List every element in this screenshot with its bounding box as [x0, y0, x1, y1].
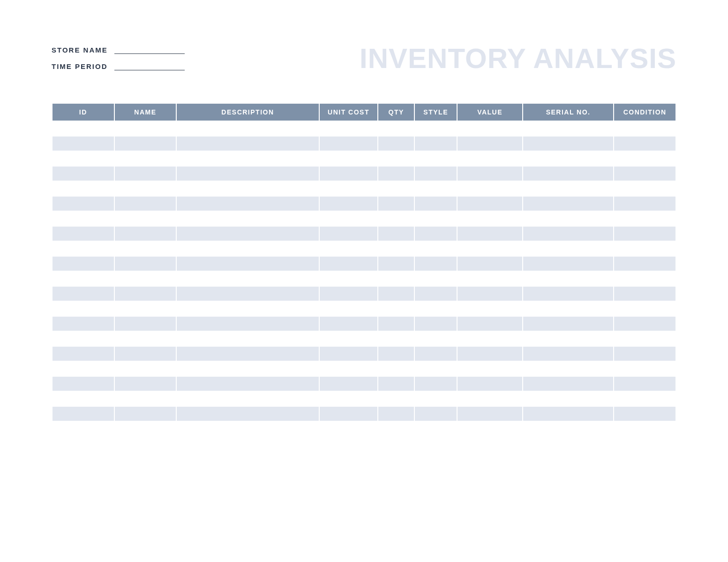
cell-description[interactable]: [177, 347, 318, 361]
cell-unit_cost[interactable]: [320, 257, 378, 271]
cell-name[interactable]: [115, 182, 176, 196]
cell-value[interactable]: [458, 272, 522, 286]
cell-id[interactable]: [53, 197, 114, 211]
cell-condition[interactable]: [614, 167, 675, 181]
cell-serial_no[interactable]: [523, 317, 613, 331]
cell-value[interactable]: [458, 197, 522, 211]
cell-condition[interactable]: [614, 347, 675, 361]
cell-qty[interactable]: [378, 317, 414, 331]
cell-unit_cost[interactable]: [320, 242, 378, 256]
cell-name[interactable]: [115, 362, 176, 376]
cell-id[interactable]: [53, 137, 114, 151]
cell-qty[interactable]: [378, 392, 414, 406]
cell-unit_cost[interactable]: [320, 332, 378, 346]
cell-name[interactable]: [115, 287, 176, 301]
cell-style[interactable]: [415, 317, 457, 331]
cell-condition[interactable]: [614, 122, 675, 136]
cell-unit_cost[interactable]: [320, 422, 378, 436]
cell-name[interactable]: [115, 167, 176, 181]
cell-value[interactable]: [458, 422, 522, 436]
cell-name[interactable]: [115, 227, 176, 241]
cell-description[interactable]: [177, 212, 318, 226]
cell-value[interactable]: [458, 122, 522, 136]
cell-style[interactable]: [415, 407, 457, 421]
cell-description[interactable]: [177, 152, 318, 166]
cell-description[interactable]: [177, 392, 318, 406]
cell-unit_cost[interactable]: [320, 167, 378, 181]
cell-serial_no[interactable]: [523, 227, 613, 241]
cell-qty[interactable]: [378, 377, 414, 391]
cell-value[interactable]: [458, 377, 522, 391]
cell-unit_cost[interactable]: [320, 272, 378, 286]
cell-unit_cost[interactable]: [320, 362, 378, 376]
cell-value[interactable]: [458, 182, 522, 196]
cell-style[interactable]: [415, 362, 457, 376]
cell-serial_no[interactable]: [523, 332, 613, 346]
cell-id[interactable]: [53, 152, 114, 166]
cell-unit_cost[interactable]: [320, 287, 378, 301]
cell-serial_no[interactable]: [523, 167, 613, 181]
cell-unit_cost[interactable]: [320, 317, 378, 331]
cell-qty[interactable]: [378, 182, 414, 196]
cell-value[interactable]: [458, 212, 522, 226]
cell-unit_cost[interactable]: [320, 182, 378, 196]
cell-condition[interactable]: [614, 242, 675, 256]
cell-name[interactable]: [115, 377, 176, 391]
cell-style[interactable]: [415, 272, 457, 286]
cell-serial_no[interactable]: [523, 212, 613, 226]
cell-name[interactable]: [115, 347, 176, 361]
cell-style[interactable]: [415, 287, 457, 301]
cell-qty[interactable]: [378, 122, 414, 136]
cell-condition[interactable]: [614, 377, 675, 391]
cell-description[interactable]: [177, 362, 318, 376]
cell-unit_cost[interactable]: [320, 392, 378, 406]
cell-qty[interactable]: [378, 227, 414, 241]
cell-qty[interactable]: [378, 167, 414, 181]
cell-style[interactable]: [415, 332, 457, 346]
cell-style[interactable]: [415, 242, 457, 256]
cell-condition[interactable]: [614, 332, 675, 346]
cell-description[interactable]: [177, 407, 318, 421]
cell-condition[interactable]: [614, 362, 675, 376]
cell-condition[interactable]: [614, 137, 675, 151]
cell-condition[interactable]: [614, 227, 675, 241]
cell-value[interactable]: [458, 167, 522, 181]
cell-style[interactable]: [415, 197, 457, 211]
cell-qty[interactable]: [378, 332, 414, 346]
cell-serial_no[interactable]: [523, 302, 613, 316]
cell-description[interactable]: [177, 422, 318, 436]
cell-qty[interactable]: [378, 362, 414, 376]
cell-value[interactable]: [458, 302, 522, 316]
cell-description[interactable]: [177, 197, 318, 211]
cell-value[interactable]: [458, 257, 522, 271]
cell-description[interactable]: [177, 122, 318, 136]
cell-id[interactable]: [53, 227, 114, 241]
cell-name[interactable]: [115, 152, 176, 166]
cell-qty[interactable]: [378, 137, 414, 151]
cell-serial_no[interactable]: [523, 407, 613, 421]
cell-id[interactable]: [53, 377, 114, 391]
cell-id[interactable]: [53, 257, 114, 271]
cell-serial_no[interactable]: [523, 137, 613, 151]
cell-qty[interactable]: [378, 197, 414, 211]
cell-name[interactable]: [115, 422, 176, 436]
cell-condition[interactable]: [614, 182, 675, 196]
cell-name[interactable]: [115, 137, 176, 151]
cell-unit_cost[interactable]: [320, 407, 378, 421]
cell-name[interactable]: [115, 257, 176, 271]
cell-value[interactable]: [458, 227, 522, 241]
cell-unit_cost[interactable]: [320, 302, 378, 316]
cell-value[interactable]: [458, 392, 522, 406]
cell-id[interactable]: [53, 212, 114, 226]
cell-condition[interactable]: [614, 302, 675, 316]
cell-name[interactable]: [115, 407, 176, 421]
cell-value[interactable]: [458, 407, 522, 421]
cell-condition[interactable]: [614, 392, 675, 406]
cell-style[interactable]: [415, 302, 457, 316]
cell-value[interactable]: [458, 242, 522, 256]
cell-unit_cost[interactable]: [320, 377, 378, 391]
cell-description[interactable]: [177, 377, 318, 391]
cell-condition[interactable]: [614, 197, 675, 211]
cell-description[interactable]: [177, 227, 318, 241]
cell-serial_no[interactable]: [523, 422, 613, 436]
